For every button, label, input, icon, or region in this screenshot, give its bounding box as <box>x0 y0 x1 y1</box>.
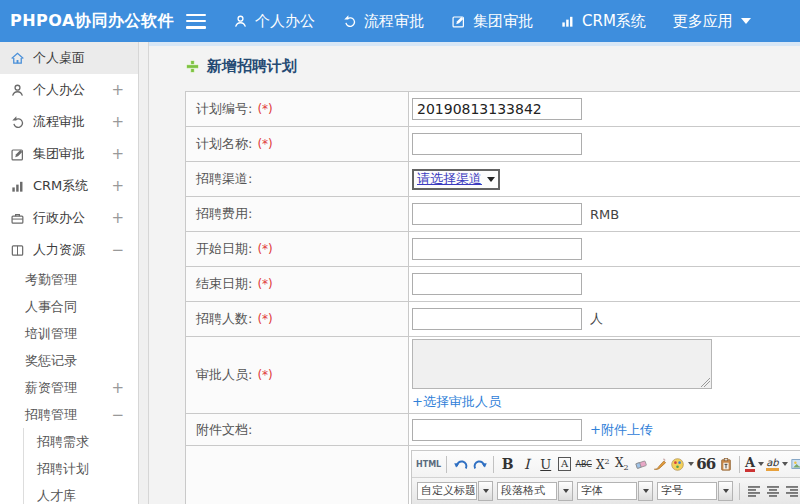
field-label: 审批人员:(*) <box>186 337 409 413</box>
editor-strikethrough-button[interactable]: ABC <box>575 454 592 474</box>
collapse-minus-icon[interactable]: − <box>111 241 124 259</box>
edit-icon <box>10 147 25 162</box>
editor-align-center-button[interactable] <box>764 481 781 501</box>
recruit-cost-input[interactable] <box>412 203 582 225</box>
field-label: 结束日期:(*) <box>186 267 409 301</box>
top-nav-workflow-approval[interactable]: 流程审批 <box>342 12 424 31</box>
editor-align-left-button[interactable] <box>745 481 762 501</box>
sidebar-item-reward-record[interactable]: 奖惩记录 <box>0 347 138 374</box>
select-value: 请选择渠道 <box>417 170 482 188</box>
recruit-channel-select[interactable]: 请选择渠道 <box>412 169 500 190</box>
sidebar-item-personal-desktop[interactable]: 个人桌面 <box>0 42 138 74</box>
field-label-text: 结束日期: <box>196 275 252 293</box>
editor-blockquote-button[interactable]: 66 <box>696 454 715 474</box>
editor-font-family-combo[interactable]: 字体 <box>577 481 653 501</box>
field-label-text: 招聘费用: <box>196 205 252 223</box>
chevron-down-icon[interactable] <box>718 481 733 501</box>
recruit-count-input[interactable] <box>412 308 582 330</box>
editor-toolbar-row-2: 自定义标题段落格式字体字号 <box>412 477 800 504</box>
edit-icon <box>451 14 466 29</box>
sidebar-item-attendance-mgmt[interactable]: 考勤管理 <box>0 266 138 293</box>
form-row-recruit-channel: 招聘渠道:请选择渠道 <box>186 162 800 197</box>
field-label-text: 开始日期: <box>196 240 252 258</box>
editor-bold-button[interactable]: B <box>499 454 516 474</box>
sidebar-item-workflow-approval[interactable]: 流程审批+ <box>0 106 138 138</box>
expand-plus-icon[interactable]: + <box>111 113 124 131</box>
editor-char-style-button[interactable]: A <box>556 454 573 474</box>
editor-font-color-button[interactable]: A <box>745 454 764 474</box>
sidebar-item-label: 个人办公 <box>33 81 85 99</box>
editor-subscript-button[interactable]: X2 <box>613 454 630 474</box>
expand-plus-icon[interactable]: + <box>111 209 124 227</box>
chevron-down-icon[interactable] <box>558 481 573 501</box>
plan-name-input[interactable] <box>412 133 582 155</box>
collapse-minus-icon[interactable]: − <box>111 406 124 424</box>
end-date-input[interactable] <box>412 273 582 295</box>
chart-icon <box>560 14 575 29</box>
sidebar-item-recruit-demand[interactable]: 招聘需求 <box>23 428 138 455</box>
editor-highlight-button[interactable]: ab <box>766 454 787 474</box>
sidebar-item-label: 人力资源 <box>33 241 85 259</box>
top-nav-personal-office[interactable]: 个人办公 <box>233 12 315 31</box>
editor-eraser-button[interactable] <box>632 454 649 474</box>
top-nav-group-approval[interactable]: 集团审批 <box>451 12 533 31</box>
sidebar-item-crm-system[interactable]: CRM系统+ <box>0 170 138 202</box>
sidebar-item-personal-office[interactable]: 个人办公+ <box>0 74 138 106</box>
editor-italic-button[interactable]: I <box>518 454 535 474</box>
editor-undo-button[interactable] <box>452 454 469 474</box>
sidebar-item-recruit-plan[interactable]: 招聘计划 <box>23 455 138 482</box>
editor-custom-title-combo[interactable]: 自定义标题 <box>417 481 493 501</box>
field-value: RMB <box>409 197 800 231</box>
form-row-end-date: 结束日期:(*) <box>186 267 800 302</box>
chart-icon <box>10 179 25 194</box>
attachment-input[interactable] <box>412 419 582 441</box>
editor-align-right-button[interactable] <box>783 481 800 501</box>
field-label: 附件文档: <box>186 414 409 445</box>
form-row-plan-name: 计划名称:(*) <box>186 127 800 162</box>
editor-insert-image-button[interactable] <box>790 454 800 474</box>
sidebar-item-group-approval[interactable]: 集团审批+ <box>0 138 138 170</box>
field-value <box>409 232 800 266</box>
editor-color-palette-button[interactable] <box>670 454 694 474</box>
approvers-link[interactable]: +选择审批人员 <box>412 393 712 411</box>
sidebar-item-human-resources[interactable]: 人力资源− <box>0 234 138 266</box>
expand-plus-icon[interactable]: + <box>111 81 124 99</box>
sidebar-item-recruit-mgmt[interactable]: 招聘管理− <box>0 401 138 428</box>
field-label-text: 招聘渠道: <box>196 170 252 188</box>
field-value: 请选择渠道 <box>409 162 800 196</box>
sidebar-item-admin-office[interactable]: 行政办公+ <box>0 202 138 234</box>
field-label: 招聘渠道: <box>186 162 409 196</box>
editor-format-brush-button[interactable] <box>651 454 668 474</box>
menu-toggle-icon[interactable] <box>186 14 206 29</box>
editor-paste-text-button[interactable] <box>717 454 734 474</box>
editor-superscript-button[interactable]: X2 <box>594 454 611 474</box>
user-icon <box>10 83 25 98</box>
combo-value: 自定义标题 <box>417 482 477 500</box>
sidebar-item-training-mgmt[interactable]: 培训管理 <box>0 320 138 347</box>
expand-plus-icon[interactable]: + <box>111 177 124 195</box>
chevron-down-icon[interactable] <box>638 481 653 501</box>
attachment-link[interactable]: +附件上传 <box>590 421 653 439</box>
approvers-textarea[interactable] <box>412 339 712 389</box>
top-nav-more-apps[interactable]: 更多应用 <box>673 12 751 31</box>
editor-font-size-combo[interactable]: 字号 <box>657 481 733 501</box>
chevron-down-icon[interactable] <box>478 481 493 501</box>
expand-plus-icon[interactable]: + <box>111 145 124 163</box>
sidebar-item-salary-mgmt[interactable]: 薪资管理+ <box>0 374 138 401</box>
start-date-input[interactable] <box>412 238 582 260</box>
top-nav-crm-system[interactable]: CRM系统 <box>560 12 646 31</box>
plan-no-input[interactable] <box>412 98 582 120</box>
sidebar-content-divider <box>138 42 149 504</box>
expand-plus-icon[interactable]: + <box>111 379 124 397</box>
sidebar-item-hr-contract[interactable]: 人事合同 <box>0 293 138 320</box>
top-nav-label: CRM系统 <box>582 12 646 31</box>
form-row-recruit-cost: 招聘费用:RMB <box>186 197 800 232</box>
editor-paragraph-format-combo[interactable]: 段落格式 <box>497 481 573 501</box>
field-label-text: 附件文档: <box>196 421 252 439</box>
editor-underline-button[interactable]: U <box>537 454 554 474</box>
editor-html-source-button[interactable]: HTML <box>416 454 441 474</box>
recruit-plan-form: 计划编号:(*)计划名称:(*)招聘渠道:请选择渠道招聘费用:RMB开始日期:(… <box>185 91 800 504</box>
editor-redo-button[interactable] <box>471 454 488 474</box>
resize-handle-icon[interactable] <box>701 378 710 387</box>
sidebar-item-talent-pool[interactable]: 人才库 <box>23 482 138 504</box>
